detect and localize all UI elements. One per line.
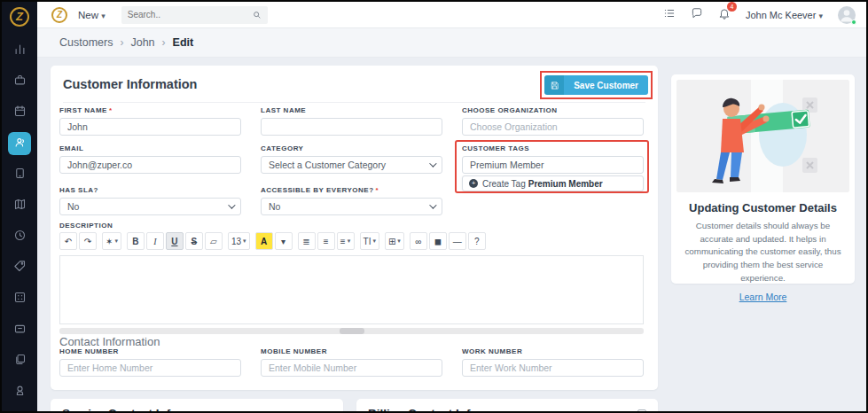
accessible-select[interactable]: No <box>261 198 442 215</box>
same-as-service-checkbox[interactable] <box>637 409 646 413</box>
sidebar-item-analytics[interactable] <box>8 39 31 62</box>
search-input[interactable] <box>128 10 253 19</box>
help-icon[interactable]: ? <box>468 232 486 250</box>
devices-icon <box>13 167 27 183</box>
scrollbar-thumb[interactable] <box>340 328 364 334</box>
home-number-label: HOME NUMBER <box>59 347 241 355</box>
zuper-logo-icon: Z <box>10 7 29 27</box>
save-customer-button[interactable]: Save Customer <box>544 75 648 95</box>
documents-icon <box>13 353 27 370</box>
sidebar-item-jobs[interactable] <box>8 70 31 93</box>
sidebar-item-customers[interactable] <box>8 132 31 155</box>
learn-more-link[interactable]: Learn More <box>671 292 855 302</box>
sidebar-item-modules[interactable] <box>8 287 31 310</box>
accessible-value: No <box>269 201 280 212</box>
breadcrumb-john[interactable]: John <box>130 36 154 49</box>
customers-icon <box>13 136 27 152</box>
color-caret-icon[interactable]: ▾ <box>275 232 293 250</box>
sidebar: Z <box>2 2 37 411</box>
video-icon[interactable]: ◼ <box>429 232 447 250</box>
first-name-input[interactable] <box>59 118 241 136</box>
align-dropdown-icon[interactable]: ≡▾ <box>337 232 355 250</box>
customer-information-card: Customer Information Save Customer FIRST… <box>51 66 658 390</box>
category-select[interactable]: Select a Customer Category <box>261 156 442 174</box>
user-menu[interactable]: John Mc Keever ▾ <box>746 10 823 20</box>
sidebar-item-assets[interactable] <box>8 318 31 341</box>
sidebar-item-timesheets[interactable] <box>8 225 31 248</box>
sidebar-item-map[interactable] <box>8 194 31 217</box>
divider <box>63 102 645 103</box>
sidebar-item-pricebook[interactable] <box>8 256 31 279</box>
create-tag-suggestion[interactable]: + Create Tag Premium Member <box>462 175 644 191</box>
calendar-icon <box>13 105 27 121</box>
bullet-list-icon[interactable]: ≣ <box>298 232 316 250</box>
home-number-input[interactable] <box>59 359 241 377</box>
description-editor-area[interactable] <box>59 255 644 324</box>
notifications-bell-icon[interactable]: 4 <box>718 7 731 23</box>
has-sla-select[interactable]: No <box>59 198 241 215</box>
link-icon[interactable]: ∞ <box>410 232 427 250</box>
magic-format-icon[interactable]: ✶▾ <box>102 232 121 250</box>
has-sla-label: HAS SLA? <box>59 186 241 194</box>
tags-icon <box>13 260 27 277</box>
sidebar-item-calendar[interactable] <box>8 101 31 124</box>
activity-list-icon[interactable] <box>663 7 676 23</box>
chat-icon[interactable] <box>691 7 703 23</box>
clock-icon <box>13 229 27 245</box>
last-name-label: LAST NAME <box>261 106 442 114</box>
field-first-name: FIRST NAME* <box>59 106 241 136</box>
zuper-logo-icon-topbar: Z <box>51 7 67 23</box>
breadcrumb-customers[interactable]: Customers <box>59 36 113 49</box>
organization-input[interactable] <box>462 118 644 136</box>
field-email: EMAIL <box>59 144 241 174</box>
search-icon[interactable] <box>253 7 262 23</box>
same-as-service-label: Same As Service Contact <box>552 409 633 413</box>
avatar[interactable] <box>838 6 856 24</box>
topbar: Z New ▾ 4 John Mc Keever ▾ <box>37 2 866 28</box>
bold-icon[interactable]: B <box>127 232 145 250</box>
plus-circle-icon: + <box>469 179 478 188</box>
help-card: Updating Customer Details Customer detai… <box>671 74 855 284</box>
email-input[interactable] <box>59 156 241 174</box>
chevron-down-icon: ▾ <box>818 12 823 20</box>
analytics-icon <box>13 43 27 59</box>
eraser-icon[interactable]: ▱ <box>205 232 223 250</box>
sidebar-item-documents[interactable] <box>8 349 31 372</box>
organization-label: CHOOSE ORGANIZATION <box>462 106 644 114</box>
italic-icon[interactable]: I <box>146 232 164 250</box>
editor-horizontal-scrollbar[interactable] <box>59 328 644 334</box>
heading-dropdown-icon[interactable]: TI▾ <box>360 232 379 250</box>
font-size-dropdown[interactable]: 13▾ <box>228 232 250 250</box>
has-sla-value: No <box>67 201 79 212</box>
last-name-input[interactable] <box>261 118 442 136</box>
help-card-title: Updating Customer Details <box>671 201 855 214</box>
mobile-number-label: MOBILE NUMBER <box>261 347 442 355</box>
ordered-list-icon[interactable]: ≡ <box>317 232 335 250</box>
table-dropdown-icon[interactable]: ⊞▾ <box>385 232 404 250</box>
work-number-label: WORK NUMBER <box>462 347 644 355</box>
redo-icon[interactable]: ↷ <box>79 232 97 250</box>
work-number-input[interactable] <box>462 359 644 377</box>
mobile-number-input[interactable] <box>261 359 442 377</box>
accessible-label: ACCESSIBLE BY EVERYONE? <box>261 186 374 194</box>
first-name-label: FIRST NAME <box>59 106 107 114</box>
strikethrough-icon[interactable]: S <box>185 232 203 250</box>
assets-icon <box>13 322 27 339</box>
create-tag-prefix: Create Tag <box>482 179 526 189</box>
map-icon <box>13 198 27 214</box>
chevron-down-icon <box>429 160 436 167</box>
text-color-icon[interactable]: A <box>255 232 273 250</box>
help-card-body: Customer details should always be accura… <box>671 214 855 284</box>
new-dropdown-button[interactable]: New ▾ <box>78 10 106 20</box>
create-tag-name: Premium Member <box>528 179 603 189</box>
description-label: DESCRIPTION <box>59 222 113 230</box>
sidebar-item-devices[interactable] <box>8 163 31 186</box>
undo-icon[interactable]: ↶ <box>59 232 77 250</box>
customer-tags-input[interactable] <box>462 156 644 174</box>
horizontal-rule-icon[interactable]: — <box>449 232 466 250</box>
jobs-icon <box>13 74 27 90</box>
save-annotation-highlight: Save Customer <box>540 71 653 99</box>
underline-icon[interactable]: U <box>166 232 184 250</box>
modules-icon <box>13 291 27 308</box>
sidebar-item-invoices[interactable] <box>8 380 31 403</box>
